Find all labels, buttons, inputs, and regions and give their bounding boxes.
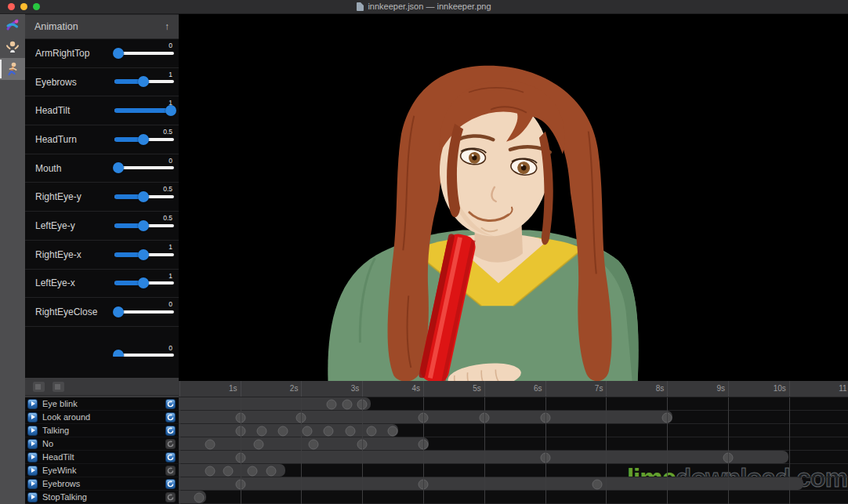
keyframe-dot[interactable] xyxy=(345,426,355,436)
keyframe-dot[interactable] xyxy=(205,439,215,449)
param-slider[interactable] xyxy=(114,306,174,317)
keyframe-dot[interactable] xyxy=(248,466,258,476)
param-label: Eyebrows xyxy=(35,77,77,88)
keyframe-dot[interactable] xyxy=(235,426,245,436)
param-slider[interactable] xyxy=(114,350,174,357)
loop-icon xyxy=(167,441,174,448)
slider-thumb[interactable] xyxy=(138,76,149,87)
puppet-preview-canvas[interactable] xyxy=(179,14,848,381)
keyframe-dot[interactable] xyxy=(419,412,429,422)
param-slider[interactable] xyxy=(114,134,174,145)
play-track-button[interactable] xyxy=(27,426,38,436)
play-track-button[interactable] xyxy=(27,479,38,489)
timeline-lane[interactable] xyxy=(179,491,848,504)
keyframe-dot[interactable] xyxy=(303,426,313,436)
keyframe-dot[interactable] xyxy=(479,412,489,422)
slider-thumb[interactable] xyxy=(113,162,124,173)
play-track-button[interactable] xyxy=(27,412,38,422)
keyframe-dot[interactable] xyxy=(723,452,734,462)
slider-thumb[interactable] xyxy=(138,134,149,145)
play-track-button[interactable] xyxy=(27,452,38,462)
keyframe-dot[interactable] xyxy=(357,399,368,409)
timeline-lane[interactable] xyxy=(179,437,848,451)
sidebar-item-logo[interactable] xyxy=(0,14,25,36)
ruler-tick-label: 11 xyxy=(839,384,846,393)
clipped-slider-row: LeftEyeClose0 xyxy=(25,341,179,357)
keyframe-dot[interactable] xyxy=(235,452,245,462)
param-slider[interactable] xyxy=(114,48,174,59)
keyframe-dot[interactable] xyxy=(662,412,672,422)
keyframe-dot[interactable] xyxy=(540,452,550,462)
timeline-lane[interactable] xyxy=(179,477,848,491)
param-slider[interactable] xyxy=(114,220,174,231)
ruler-tick-label: 10s xyxy=(774,384,786,393)
loop-toggle-button[interactable] xyxy=(165,439,176,449)
keyframe-dot[interactable] xyxy=(388,426,398,436)
param-slider[interactable] xyxy=(114,76,174,87)
keyframe-dot[interactable] xyxy=(324,426,334,436)
keyframe-dot[interactable] xyxy=(205,466,215,476)
timeline-ruler[interactable]: 1s2s3s4s5s6s7s8s9s10s11 xyxy=(179,381,848,397)
keyframe-dot[interactable] xyxy=(366,426,376,436)
loop-toggle-button[interactable] xyxy=(165,479,176,489)
frame-nav-button-1[interactable] xyxy=(33,382,45,392)
collapse-arrow-icon[interactable]: ↑ xyxy=(165,21,169,32)
play-track-button[interactable] xyxy=(27,466,38,476)
timeline-lane[interactable] xyxy=(179,464,848,477)
param-slider[interactable] xyxy=(114,105,174,116)
loop-toggle-button[interactable] xyxy=(165,412,176,422)
keyframe-dot[interactable] xyxy=(419,439,429,449)
title-bar: innkeeper.json — innkeeper.png xyxy=(0,0,848,14)
loop-icon xyxy=(167,480,174,488)
keyframe-dot[interactable] xyxy=(194,492,204,502)
slider-thumb[interactable] xyxy=(138,191,149,202)
sidebar-item-animation[interactable] xyxy=(0,58,25,80)
timeline-lane[interactable] xyxy=(179,397,848,411)
slider-thumb[interactable] xyxy=(113,306,124,317)
keyframe-dot[interactable] xyxy=(342,399,352,409)
slider-thumb[interactable] xyxy=(113,350,124,357)
play-track-button[interactable] xyxy=(27,439,38,449)
loop-toggle-button[interactable] xyxy=(165,492,176,502)
keyframe-dot[interactable] xyxy=(256,426,266,436)
param-slider[interactable] xyxy=(114,191,174,202)
play-track-button[interactable] xyxy=(27,399,38,409)
keyframe-dot[interactable] xyxy=(540,412,550,422)
keyframe-dot[interactable] xyxy=(266,466,276,476)
keyframe-dot[interactable] xyxy=(357,439,368,449)
timeline-lane[interactable] xyxy=(179,451,848,464)
param-slider[interactable] xyxy=(114,162,174,173)
timeline-lane[interactable] xyxy=(179,411,848,424)
track-row: Talking xyxy=(25,424,179,437)
slider-thumb[interactable] xyxy=(138,249,149,260)
loop-toggle-button[interactable] xyxy=(165,399,176,409)
loop-toggle-button[interactable] xyxy=(165,466,176,476)
play-track-button[interactable] xyxy=(27,492,38,502)
keyframe-dot[interactable] xyxy=(296,412,306,422)
loop-toggle-button[interactable] xyxy=(165,426,176,436)
param-slider[interactable] xyxy=(114,249,174,260)
keyframe-dot[interactable] xyxy=(235,479,245,489)
animation-track-list: Eye blinkLook aroundTalkingNoHeadTiltEye… xyxy=(25,397,179,504)
slider-thumb[interactable] xyxy=(113,48,124,59)
keyframe-dot[interactable] xyxy=(308,439,318,449)
keyframe-dot[interactable] xyxy=(235,412,245,422)
param-label: Mouth xyxy=(35,163,61,174)
sidebar-item-puppet[interactable] xyxy=(0,36,25,58)
keyframe-dot[interactable] xyxy=(592,479,602,489)
keyframe-dot[interactable] xyxy=(223,466,234,476)
param-slider[interactable] xyxy=(114,277,174,288)
keyframe-dot[interactable] xyxy=(278,426,288,436)
frame-nav-button-2[interactable] xyxy=(53,382,64,392)
keyframe-dot[interactable] xyxy=(419,479,429,489)
track-label: EyeWink xyxy=(42,466,165,475)
slider-thumb[interactable] xyxy=(138,220,149,231)
slider-thumb[interactable] xyxy=(138,277,149,288)
timeline-lane[interactable] xyxy=(179,424,848,437)
keyframe-dot[interactable] xyxy=(253,439,263,449)
slider-thumb[interactable] xyxy=(165,105,176,116)
keyframe-dot[interactable] xyxy=(327,399,337,409)
ruler-tick-label: 8s xyxy=(656,384,665,393)
loop-toggle-button[interactable] xyxy=(165,452,176,462)
animation-panel-header[interactable]: Animation ↑ xyxy=(25,14,179,39)
